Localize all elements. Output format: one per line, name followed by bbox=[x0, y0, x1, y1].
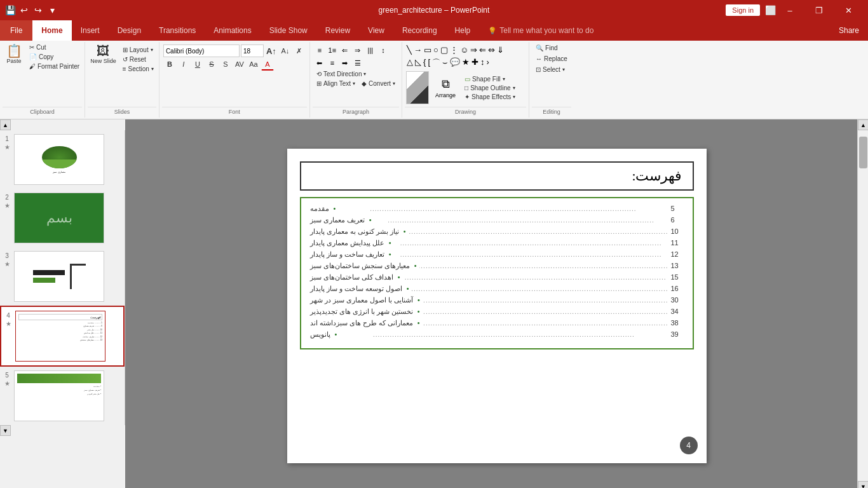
canvas-scroll-up[interactable]: ▲ bbox=[858, 119, 868, 130]
font-name-input[interactable] bbox=[163, 44, 240, 57]
align-left-button[interactable]: ⬅ bbox=[314, 57, 325, 69]
bullets-button[interactable]: ≡ bbox=[314, 44, 325, 56]
clear-formatting-button[interactable]: ✗ bbox=[293, 44, 306, 57]
shape-connector[interactable]: ⌒ bbox=[431, 57, 441, 69]
change-case-button[interactable]: Aa bbox=[247, 58, 260, 71]
shape-oval[interactable]: ○ bbox=[433, 44, 439, 55]
cut-button[interactable]: ✂ Cut bbox=[27, 43, 82, 51]
quick-styles-button[interactable] bbox=[406, 71, 429, 104]
tell-me-input[interactable]: 💡 Tell me what you want to do bbox=[479, 20, 830, 41]
minimize-button[interactable]: – bbox=[775, 0, 804, 20]
shape-down-arrow[interactable]: ⇓ bbox=[496, 44, 505, 55]
format-painter-button[interactable]: 🖌 Format Painter bbox=[27, 62, 82, 71]
font-color-button[interactable]: A bbox=[261, 58, 274, 71]
tab-home[interactable]: Home bbox=[32, 20, 71, 41]
justify-button[interactable]: ☰ bbox=[352, 57, 363, 69]
bold-button[interactable]: B bbox=[163, 58, 176, 71]
shrink-font-button[interactable]: A↓ bbox=[279, 44, 292, 57]
shape-star[interactable]: ★ bbox=[461, 57, 470, 69]
add-remove-columns-button[interactable]: ||| bbox=[365, 44, 376, 56]
shape-rtriangle[interactable]: ◺ bbox=[414, 57, 422, 69]
shape-outline-button[interactable]: □ Shape Outline ▾ bbox=[462, 84, 518, 92]
tab-recording[interactable]: Recording bbox=[393, 20, 446, 41]
tab-view[interactable]: View bbox=[359, 20, 393, 41]
character-spacing-button[interactable]: AV bbox=[233, 58, 246, 71]
shape-more[interactable]: ⋮ bbox=[449, 44, 459, 55]
new-slide-button[interactable]: 🖼 New Slide bbox=[88, 43, 119, 65]
font-size-input[interactable] bbox=[241, 44, 264, 57]
shape-arrow-up-down[interactable]: ↕ bbox=[480, 57, 485, 69]
paste-button[interactable]: 📋 Paste bbox=[3, 43, 25, 65]
strikethrough-button[interactable]: S bbox=[205, 58, 218, 71]
close-button[interactable]: ✕ bbox=[834, 0, 863, 20]
canvas-scroll-down[interactable]: ▼ bbox=[858, 481, 868, 488]
ribbon-display-icon[interactable]: ⬜ bbox=[765, 5, 775, 15]
grow-font-button[interactable]: A↑ bbox=[265, 44, 278, 57]
canvas-area[interactable]: فهرست: 5 ...............................… bbox=[125, 119, 868, 488]
share-button[interactable]: Share bbox=[830, 20, 868, 41]
decrease-indent-button[interactable]: ⇐ bbox=[339, 44, 351, 56]
shape-effects-button[interactable]: ✦ Shape Effects ▾ bbox=[462, 93, 518, 101]
shape-chevron[interactable]: › bbox=[486, 57, 490, 69]
shape-rounded-rect[interactable]: ▢ bbox=[440, 44, 449, 55]
customize-icon[interactable]: ▾ bbox=[47, 5, 57, 15]
underline-button[interactable]: U bbox=[191, 58, 204, 71]
shape-callout[interactable]: 💬 bbox=[449, 57, 461, 69]
shape-left-arrow[interactable]: ⇐ bbox=[478, 44, 487, 55]
slides-scroll-up[interactable]: ▲ bbox=[0, 119, 11, 130]
align-center-button[interactable]: ≡ bbox=[327, 57, 338, 69]
text-direction-button[interactable]: ⟲ Text Direction ▾ bbox=[314, 70, 369, 78]
tab-animations[interactable]: Animations bbox=[205, 20, 260, 41]
slide-item-1[interactable]: 1 ★ معماری سبز bbox=[0, 130, 125, 189]
shape-double-arrow[interactable]: ⇔ bbox=[487, 44, 496, 55]
slide-item-2[interactable]: 2 ★ بسم bbox=[0, 189, 125, 247]
shape-triangle[interactable]: △ bbox=[406, 57, 414, 69]
shape-right-arrow[interactable]: ⇒ bbox=[470, 44, 478, 55]
shape-rect[interactable]: ▭ bbox=[423, 44, 432, 55]
align-text-button[interactable]: ⊞ Align Text ▾ bbox=[314, 79, 358, 88]
tab-file[interactable]: File bbox=[0, 20, 32, 41]
select-button[interactable]: ⊡ Select ▾ bbox=[532, 65, 571, 74]
copy-button[interactable]: 📄 Copy bbox=[27, 53, 82, 61]
increase-indent-button[interactable]: ⇒ bbox=[352, 44, 363, 56]
italic-button[interactable]: I bbox=[177, 58, 190, 71]
numbering-button[interactable]: 1≡ bbox=[327, 44, 338, 56]
save-icon[interactable]: 💾 bbox=[5, 5, 15, 15]
canvas-scroll-thumb[interactable] bbox=[859, 137, 867, 168]
text-shadow-button[interactable]: S bbox=[219, 58, 232, 71]
slide-item-4[interactable]: 4 ★ فهرست: 5 ........... مقدمه 6 .......… bbox=[0, 306, 125, 367]
shape-smiley[interactable]: ☺ bbox=[459, 44, 469, 55]
align-right-button[interactable]: ➡ bbox=[339, 57, 351, 69]
tab-design[interactable]: Design bbox=[109, 20, 150, 41]
section-button[interactable]: ≡ Section ▾ bbox=[120, 65, 156, 73]
undo-icon[interactable]: ↩ bbox=[19, 5, 29, 15]
slide-toc-box[interactable]: 5 ......................................… bbox=[300, 197, 694, 349]
clipboard-label: Clipboard bbox=[3, 107, 82, 116]
tab-help[interactable]: Help bbox=[446, 20, 480, 41]
tab-slideshow[interactable]: Slide Show bbox=[261, 20, 316, 41]
layout-button[interactable]: ⊞ Layout ▾ bbox=[120, 46, 156, 54]
arrange-button[interactable]: ⧉ Arrange bbox=[431, 76, 459, 100]
tab-insert[interactable]: Insert bbox=[72, 20, 109, 41]
tab-review[interactable]: Review bbox=[316, 20, 359, 41]
tab-transitions[interactable]: Transitions bbox=[150, 20, 205, 41]
shape-line[interactable]: ╲ bbox=[406, 44, 412, 55]
shape-arc[interactable]: ⌣ bbox=[442, 57, 449, 69]
find-button[interactable]: 🔍 Find bbox=[532, 43, 571, 53]
reset-button[interactable]: ↺ Reset bbox=[120, 55, 156, 64]
shape-brace[interactable]: { bbox=[423, 57, 426, 69]
restore-button[interactable]: ❐ bbox=[804, 0, 834, 20]
slides-scroll-down[interactable]: ▼ bbox=[0, 425, 11, 436]
line-spacing-button[interactable]: ↕ bbox=[377, 44, 389, 56]
convert-smartart-button[interactable]: ◆ Convert ▾ bbox=[359, 79, 398, 88]
shape-fill-button[interactable]: ▭ Shape Fill ▾ bbox=[462, 75, 518, 83]
shape-arrow-line[interactable]: → bbox=[413, 44, 423, 55]
redo-icon[interactable]: ↪ bbox=[33, 5, 43, 15]
slide-item-5[interactable]: 5 ★ • مقدمه • تعریف معماری سبز • نیاز بش… bbox=[0, 367, 125, 425]
sign-in-button[interactable]: Sign in bbox=[726, 4, 760, 16]
slide-item-3[interactable]: 3 ★ bbox=[0, 247, 125, 306]
replace-button[interactable]: ↔ Replace bbox=[532, 54, 571, 64]
shape-cross[interactable]: ✚ bbox=[471, 57, 479, 69]
slide-title-box[interactable]: فهرست: bbox=[300, 161, 694, 191]
shape-bracket[interactable]: [ bbox=[427, 57, 431, 69]
